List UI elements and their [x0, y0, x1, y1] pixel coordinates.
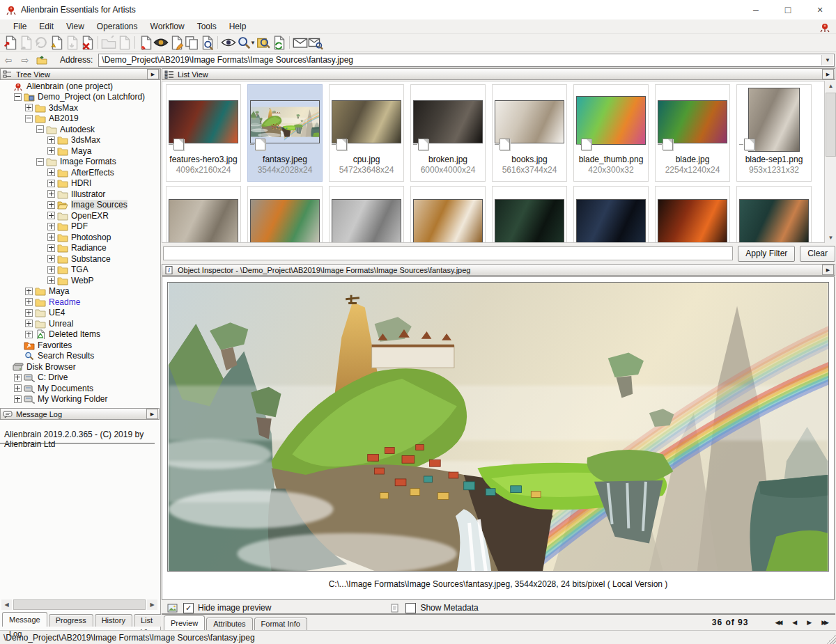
tree-item-disk-browser[interactable]: Disk Browser [0, 361, 160, 372]
expand-icon[interactable] [25, 309, 33, 317]
thumbnail-cpu.jpg[interactable]: cpu.jpg5472x3648x24 [329, 84, 404, 182]
search-caret-icon[interactable]: ▼ [250, 40, 256, 46]
expand-icon[interactable] [25, 288, 33, 295]
tree-item-ue4[interactable]: UE4 [0, 308, 160, 319]
menu-view[interactable]: View [60, 19, 91, 34]
tree-item-c-drive[interactable]: C: Drive [0, 372, 160, 384]
tree-item-photoshop[interactable]: Photoshop [0, 232, 160, 243]
thumbnail-item[interactable] [166, 186, 241, 243]
expand-icon[interactable] [25, 320, 33, 327]
message-log-menu-arrow-icon[interactable]: ▶ [146, 409, 158, 419]
checkout-icon[interactable] [3, 35, 18, 50]
refresh-icon[interactable] [271, 35, 286, 50]
next-item-icon[interactable]: ▶ [807, 619, 812, 626]
tree-item-alienbrain-one-project-[interactable]: Alienbrain (one project) [0, 81, 160, 92]
tree-item-favorites[interactable]: Favorites [0, 340, 160, 351]
copy-icon[interactable] [184, 35, 199, 50]
view-item-icon[interactable] [153, 35, 169, 50]
tree-item-webp[interactable]: WebP [0, 275, 160, 286]
last-item-icon[interactable]: ▶▶ [821, 619, 827, 626]
object-inspector-menu-arrow-icon[interactable]: ▶ [822, 265, 834, 275]
tab-message-log[interactable]: Message Log [2, 612, 47, 627]
collapse-icon[interactable] [36, 125, 44, 133]
search-dropdown-icon[interactable] [236, 35, 251, 50]
tab-list-view[interactable]: List View [134, 614, 164, 627]
expand-icon[interactable] [47, 136, 55, 144]
tree-item-demo-project-on-latchford-[interactable]: Demo_Project (on Latchford) [0, 92, 160, 103]
scroll-thumb[interactable] [826, 93, 836, 157]
left-horizontal-scrollbar[interactable]: ◀ ▶ [1, 599, 157, 610]
thumbnail-item[interactable] [655, 186, 730, 243]
back-icon[interactable]: ⇦ [0, 54, 17, 67]
scroll-down-icon[interactable]: ▼ [826, 233, 836, 243]
tree-view-menu-arrow-icon[interactable]: ▶ [147, 69, 159, 79]
tree-item-pdf[interactable]: PDF [0, 221, 160, 233]
list-view-menu-arrow-icon[interactable]: ▶ [822, 69, 834, 79]
expand-icon[interactable] [47, 212, 55, 219]
tree-item-3dsmax[interactable]: 3dsMax [0, 102, 160, 113]
address-dropdown-icon[interactable]: ▼ [821, 55, 833, 65]
tree-item-deleted-items[interactable]: Deleted Items [0, 329, 160, 340]
thumbnail-broken.jpg[interactable]: broken.jpg6000x4000x24 [410, 84, 486, 182]
expand-icon[interactable] [14, 384, 22, 392]
tab-format-info[interactable]: Format Info [254, 618, 307, 630]
forward-icon[interactable]: ⇨ [17, 54, 33, 67]
expand-icon[interactable] [47, 168, 55, 176]
thumbnail-item[interactable] [247, 186, 323, 243]
thumbnail-blade.jpg[interactable]: blade.jpg2254x1240x24 [655, 84, 730, 182]
find-file-icon[interactable] [199, 35, 215, 50]
tree-item-ab2019[interactable]: AB2019 [0, 113, 160, 125]
list-vertical-scrollbar[interactable]: ▲ ▼ [826, 81, 836, 243]
tree-item-maya[interactable]: Maya [0, 146, 160, 157]
expand-icon[interactable] [25, 298, 33, 306]
scroll-left-icon[interactable]: ◀ [1, 599, 12, 610]
scroll-right-icon[interactable]: ▶ [147, 599, 157, 610]
expand-icon[interactable] [47, 201, 55, 209]
thumbnail-item[interactable] [736, 186, 812, 243]
filter-input[interactable] [163, 246, 733, 260]
expand-icon[interactable] [25, 331, 33, 338]
expand-icon[interactable] [47, 223, 55, 230]
scroll-up-icon[interactable]: ▲ [826, 81, 836, 91]
menu-workflow[interactable]: Workflow [144, 19, 191, 34]
menu-file[interactable]: File [7, 19, 33, 34]
tree-item-image-sources[interactable]: Image Sources [0, 200, 160, 211]
import-icon[interactable] [49, 35, 64, 50]
collapse-icon[interactable] [25, 115, 33, 123]
apply-filter-button[interactable]: Apply Filter [738, 246, 795, 262]
expand-icon[interactable] [47, 266, 55, 274]
tree-item-my-documents[interactable]: My Documents [0, 383, 160, 394]
thumbnail-blade-sep1.png[interactable]: blade-sep1.png953x1231x32 [736, 84, 812, 182]
expand-icon[interactable] [47, 147, 55, 155]
tree-item-aftereffects[interactable]: AfterEffects [0, 167, 160, 178]
new-item-icon[interactable] [138, 35, 153, 50]
up-folder-icon[interactable] [33, 54, 50, 67]
menu-operations[interactable]: Operations [91, 19, 144, 34]
expand-icon[interactable] [47, 244, 55, 252]
search-project-icon[interactable] [256, 35, 271, 50]
thumbnail-item[interactable] [492, 186, 567, 243]
tab-attributes[interactable]: Attributes [206, 618, 252, 630]
maximize-button[interactable]: □ [772, 0, 804, 19]
hide-image-preview-checkbox[interactable]: ✓ [183, 603, 194, 613]
expand-icon[interactable] [47, 190, 55, 198]
mail-search-icon[interactable] [308, 35, 323, 50]
expand-icon[interactable] [14, 374, 22, 382]
expand-icon[interactable] [47, 180, 55, 187]
thumbnail-blade_thumb.png[interactable]: blade_thumb.png420x300x32 [573, 84, 649, 182]
tree-item-search-results[interactable]: Search Results [0, 351, 160, 362]
thumbnail-books.jpg[interactable]: books.jpg5616x3744x24 [492, 84, 567, 182]
expand-icon[interactable] [47, 276, 55, 284]
tab-progress[interactable]: Progress [49, 614, 93, 627]
tree-item-autodesk[interactable]: Autodesk [0, 124, 160, 135]
menu-tools[interactable]: Tools [191, 19, 223, 34]
tree-item-readme[interactable]: Readme [0, 297, 160, 308]
tab-preview[interactable]: Preview [164, 615, 205, 630]
tab-history[interactable]: History [95, 614, 132, 627]
minimize-button[interactable]: – [740, 0, 772, 19]
tree-item-maya[interactable]: Maya [0, 286, 160, 297]
tree-item-image-formats[interactable]: Image Formats [0, 157, 160, 168]
expand-icon[interactable] [14, 395, 22, 403]
collapse-icon[interactable] [36, 158, 44, 166]
show-metadata-checkbox[interactable] [405, 603, 416, 613]
